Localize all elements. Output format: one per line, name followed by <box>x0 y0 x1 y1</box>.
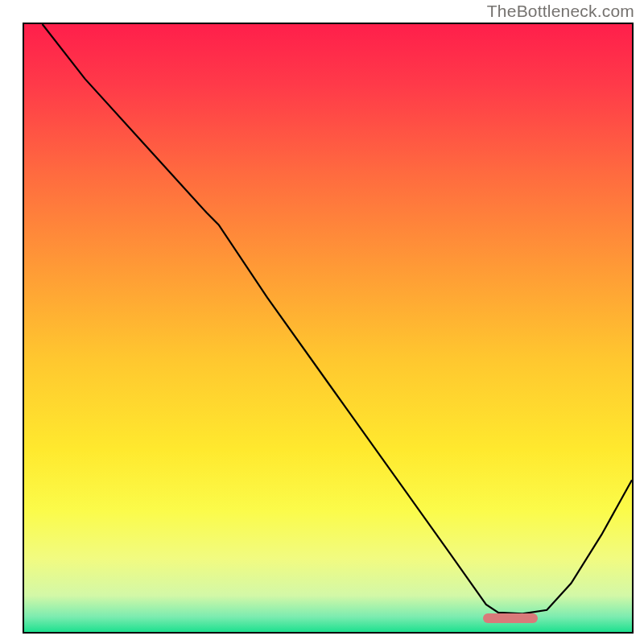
chart-plot-area <box>24 24 632 632</box>
watermark-text: TheBottleneck.com <box>487 2 634 21</box>
optimal-range-marker <box>483 613 538 623</box>
chart-line <box>24 24 632 632</box>
